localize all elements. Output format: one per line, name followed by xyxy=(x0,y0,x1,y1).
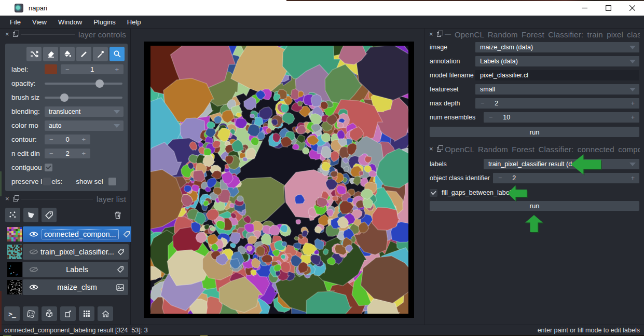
segmentation-canvas[interactable] xyxy=(150,46,408,314)
contiguous-checkbox[interactable] xyxy=(45,164,52,171)
viewer-canvas-area[interactable] xyxy=(131,29,424,325)
maximize-button[interactable] xyxy=(596,0,620,16)
decrement-icon[interactable]: − xyxy=(489,114,492,121)
float-panel-icon[interactable] xyxy=(13,32,18,37)
pick-color-button[interactable] xyxy=(93,47,108,61)
background-window-edge xyxy=(0,171,2,196)
n-edit-dim-spinbox[interactable]: − 2 + xyxy=(45,149,90,158)
decrement-icon[interactable]: − xyxy=(49,136,53,143)
layer-list-header: × layer list xyxy=(0,195,130,203)
contour-spinbox[interactable]: − 0 + xyxy=(45,135,90,144)
slider-handle[interactable] xyxy=(60,93,68,102)
slider-handle[interactable] xyxy=(95,79,104,88)
labels-layer-type-icon xyxy=(120,231,130,238)
home-reset-view-button[interactable] xyxy=(98,306,113,321)
delete-layer-button[interactable] xyxy=(111,208,125,222)
close-panel-icon[interactable]: × xyxy=(5,31,9,38)
increment-icon[interactable]: + xyxy=(631,114,635,121)
grid-view-button[interactable] xyxy=(79,306,94,321)
roll-dimensions-button[interactable] xyxy=(42,306,57,321)
increment-icon[interactable]: + xyxy=(631,174,635,182)
connected-components-title: OpenCL Random Forest Classifier: connect… xyxy=(445,145,640,154)
fill-gaps-checkbox[interactable] xyxy=(430,189,437,197)
layer-controls-panel: label: − 1 + opacity: brush siz xyxy=(5,44,128,191)
transpose-dimensions-button[interactable] xyxy=(60,306,76,321)
paint-tool-button[interactable] xyxy=(76,47,91,61)
layer-row-maize-clsm[interactable]: maize_clsm xyxy=(7,279,129,295)
layer-controls-header: × layer controls xyxy=(0,30,130,38)
color-mode-dropdown[interactable]: auto xyxy=(45,120,124,131)
minimize-button[interactable] xyxy=(572,0,596,16)
increment-icon[interactable]: + xyxy=(115,65,119,73)
layer-name[interactable]: train_pixel_classifier... xyxy=(40,248,114,256)
decrement-icon[interactable]: − xyxy=(498,174,502,182)
close-panel-icon[interactable]: × xyxy=(5,195,9,203)
points-icon xyxy=(8,210,18,220)
float-panel-icon[interactable] xyxy=(437,147,442,152)
label-spinbox[interactable]: − 1 + xyxy=(61,64,124,74)
zoom-tool-button[interactable] xyxy=(109,47,125,61)
shuffle-icon xyxy=(30,49,39,59)
visibility-eye-icon[interactable] xyxy=(29,284,40,291)
decrement-icon[interactable]: − xyxy=(65,65,70,73)
eyedropper-icon xyxy=(96,49,105,59)
featureset-dropdown[interactable]: small xyxy=(475,84,639,95)
labels-dropdown[interactable]: train_pixel_classifier result (data) xyxy=(484,159,639,169)
ndisplay-toggle-button[interactable] xyxy=(23,306,38,321)
annotation-arrow-fill-gaps xyxy=(508,185,527,201)
object-class-identifier-spinbox[interactable]: − 2 + xyxy=(493,173,639,183)
layer-row-train-pixel-classifier[interactable]: train_pixel_classifier... xyxy=(7,244,129,260)
decrement-icon[interactable]: − xyxy=(481,100,484,107)
image-dropdown[interactable]: maize_clsm (data) xyxy=(475,42,639,52)
label-color-swatch[interactable] xyxy=(45,64,57,74)
increment-icon[interactable]: + xyxy=(81,150,86,157)
visibility-eye-icon[interactable] xyxy=(29,231,40,238)
decrement-icon[interactable]: − xyxy=(49,150,53,157)
visibility-eye-icon[interactable] xyxy=(29,266,40,273)
menu-plugins[interactable]: Plugins xyxy=(88,16,121,29)
blending-dropdown[interactable]: translucent xyxy=(45,106,124,117)
annotation-dropdown[interactable]: Labels (data) xyxy=(475,56,639,66)
close-panel-icon[interactable]: × xyxy=(429,145,433,153)
increment-icon[interactable]: + xyxy=(81,136,86,143)
connected-components-header: × OpenCL Random Forest Classifier: conne… xyxy=(425,145,644,153)
model-filename-input[interactable]: pixel_classifier.cl xyxy=(475,70,639,80)
image-layer-type-icon xyxy=(114,284,124,291)
float-panel-icon[interactable] xyxy=(13,197,18,201)
menu-file[interactable]: File xyxy=(4,16,26,29)
menu-help[interactable]: Help xyxy=(121,16,147,29)
layer-list: connected_compon... train_pixel_classifi… xyxy=(7,226,129,295)
background-window-edge xyxy=(286,0,644,1)
close-panel-icon[interactable]: × xyxy=(429,31,433,38)
cc-run-button[interactable]: run xyxy=(430,201,639,211)
menu-view[interactable]: View xyxy=(26,16,52,29)
new-shapes-layer-button[interactable] xyxy=(23,208,38,222)
preserve-labels-checkbox[interactable] xyxy=(43,178,51,185)
layer-row-connected-components[interactable]: connected_compon... xyxy=(7,226,129,242)
layer-name[interactable]: connected_compon... xyxy=(42,229,119,239)
labels-layer-type-icon xyxy=(114,248,125,256)
console-button[interactable]: >_ xyxy=(4,306,20,321)
new-points-layer-button[interactable] xyxy=(5,208,20,222)
float-panel-icon[interactable] xyxy=(437,32,441,37)
max-depth-spinbox[interactable]: − 2 + xyxy=(475,98,639,109)
num-ensembles-spinbox[interactable]: − 10 + xyxy=(484,112,639,123)
layer-row-labels[interactable]: Labels xyxy=(7,262,129,277)
increment-icon[interactable]: + xyxy=(631,100,635,107)
visibility-eye-icon[interactable] xyxy=(29,248,40,256)
new-labels-layer-button[interactable] xyxy=(42,208,57,222)
brush-size-row: brush siz xyxy=(5,91,128,104)
layer-name[interactable]: maize_clsm xyxy=(40,283,114,291)
fill-tool-button[interactable] xyxy=(60,47,75,61)
show-selected-checkbox[interactable] xyxy=(108,178,116,185)
close-button[interactable] xyxy=(620,0,644,16)
opacity-slider[interactable] xyxy=(45,79,124,88)
erase-tool-button[interactable] xyxy=(43,47,58,61)
right-dock: × — OpenCL Random Forest Classifier: tra… xyxy=(424,29,644,325)
layer-name[interactable]: Labels xyxy=(40,265,114,274)
train-run-button[interactable]: run xyxy=(430,127,639,137)
fill-gaps-row: fill_gaps_between_labels xyxy=(430,188,639,197)
shuffle-colors-button[interactable] xyxy=(26,47,42,61)
menu-window[interactable]: Window xyxy=(52,16,88,29)
brush-size-slider[interactable] xyxy=(45,93,124,102)
